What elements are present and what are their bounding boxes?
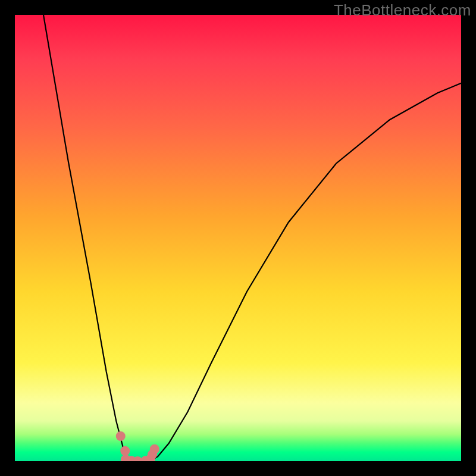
chart-frame	[15, 15, 461, 461]
chart-svg	[15, 15, 461, 461]
scatter-dot	[116, 431, 126, 441]
scatter-dot	[150, 444, 159, 454]
bottleneck-curve	[43, 15, 461, 461]
scatter-dot	[120, 446, 130, 456]
watermark-text: TheBottleneck.com	[334, 1, 471, 20]
